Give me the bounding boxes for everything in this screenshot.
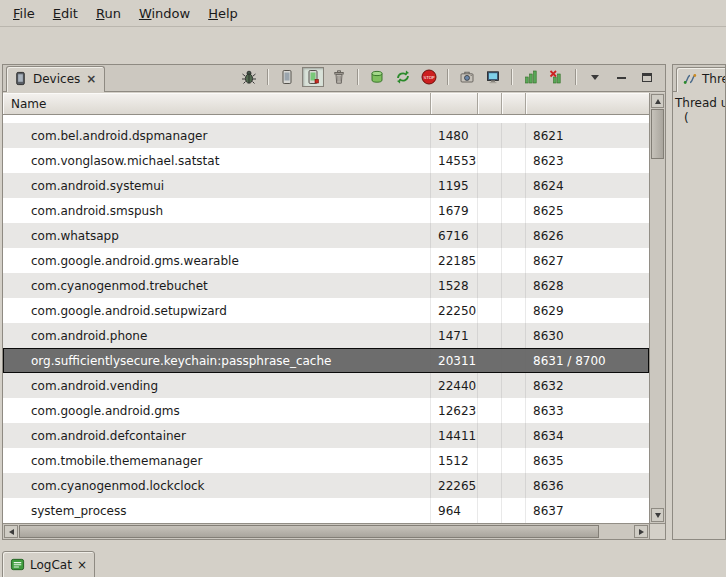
heap-update-icon[interactable]: [366, 67, 388, 87]
cell-name: com.android.systemui: [3, 173, 431, 198]
cell-port: 8637: [526, 498, 649, 523]
devices-panel: Devices ×: [2, 64, 666, 540]
table-row[interactable]: com.bel.android.dspmanager14808621: [3, 123, 649, 148]
close-logcat-icon[interactable]: ×: [77, 558, 87, 572]
column-header-port[interactable]: [526, 93, 649, 114]
table-row[interactable]: org.sufficientlysecure.keychain:passphra…: [3, 348, 649, 373]
devices-tab-bar: Devices ×: [3, 65, 665, 92]
tab-threads[interactable]: Threads: [676, 67, 726, 92]
column-header-pid[interactable]: [431, 93, 478, 114]
cell-port: 8625: [526, 198, 649, 223]
tab-threads-label: Threads: [702, 72, 726, 86]
devices-toolbar: STOP: [236, 67, 665, 91]
horizontal-scrollbar[interactable]: [3, 523, 649, 539]
column-header-empty[interactable]: [478, 93, 502, 114]
table-row[interactable]: com.android.phone14718630: [3, 323, 649, 348]
menu-file[interactable]: File: [4, 2, 44, 25]
column-header-empty[interactable]: [502, 93, 526, 114]
cell-pid: 22250: [431, 298, 478, 323]
threads-update-icon[interactable]: [392, 67, 414, 87]
cell-pid: 20311: [431, 348, 478, 373]
cell-c4: [502, 223, 526, 248]
cell-c3: [478, 223, 502, 248]
vertical-scrollbar[interactable]: [649, 93, 665, 523]
cell-c4: [502, 323, 526, 348]
maximize-icon[interactable]: [636, 67, 658, 87]
tab-logcat[interactable]: LogCat ×: [2, 551, 95, 577]
cell-c3: [478, 448, 502, 473]
scroll-up-button[interactable]: [651, 94, 664, 108]
table-row[interactable]: com.google.android.setupwizard222508629: [3, 298, 649, 323]
table-row[interactable]: com.google.android.gms126238633: [3, 398, 649, 423]
main-toolbar: [0, 27, 726, 63]
cell-c4: [502, 123, 526, 148]
table-row[interactable]: com.google.android.gms.wearable221858627: [3, 248, 649, 273]
menu-window[interactable]: Window: [130, 2, 199, 25]
device-view-icon[interactable]: [276, 67, 298, 87]
cell-c4: [502, 498, 526, 523]
cell-c3: [478, 173, 502, 198]
table-row[interactable]: com.android.defcontainer144118634: [3, 423, 649, 448]
menu-help[interactable]: Help: [199, 2, 247, 25]
cell-name: com.cyanogenmod.trebuchet: [3, 273, 431, 298]
threads-message: Thread up (: [673, 92, 725, 130]
cell-c3: [478, 123, 502, 148]
menu-run[interactable]: Run: [87, 2, 130, 25]
cell-port: 8635: [526, 448, 649, 473]
stop-label: STOP: [423, 75, 435, 80]
cell-c4: [502, 198, 526, 223]
menu-edit[interactable]: Edit: [44, 2, 87, 25]
cell-pid: 14553: [431, 148, 478, 173]
stop-icon[interactable]: STOP: [418, 67, 440, 87]
cell-c3: [478, 398, 502, 423]
tab-logcat-label: LogCat: [30, 558, 72, 572]
cell-port: 8631 / 8700: [526, 348, 649, 373]
cell-name: com.google.android.gms.wearable: [3, 248, 431, 273]
cell-c4: [502, 423, 526, 448]
application-window: FileEditRunWindowHelp Devices ×: [0, 0, 726, 577]
cell-name: org.sufficientlysecure.keychain:passphra…: [3, 348, 431, 373]
view-menu-icon[interactable]: [584, 67, 606, 87]
logcat-icon: [10, 557, 25, 572]
table-row[interactable]: com.tmobile.thememanager15128635: [3, 448, 649, 473]
table-row[interactable]: com.vonglasow.michael.satstat145538623: [3, 148, 649, 173]
close-tab-icon[interactable]: ×: [85, 74, 97, 84]
toolbar-separator: [267, 69, 269, 85]
smartphone-icon: [13, 71, 28, 86]
scrollbar-corner: [649, 523, 665, 539]
table-row[interactable]: com.android.smspush16798625: [3, 198, 649, 223]
devices-table: Name com.bel.android.dspmanager14808621c…: [3, 93, 665, 539]
table-row[interactable]: com.android.vending224408632: [3, 373, 649, 398]
column-header-name[interactable]: Name: [3, 93, 431, 114]
cell-port: 8632: [526, 373, 649, 398]
minimize-icon[interactable]: [610, 67, 632, 87]
debug-icon[interactable]: [238, 67, 260, 87]
cell-port: 8623: [526, 148, 649, 173]
cell-c4: [502, 398, 526, 423]
table-row[interactable]: com.android.systemui11958624: [3, 173, 649, 198]
horizontal-scrollbar-thumb[interactable]: [19, 525, 599, 538]
capture-view-icon[interactable]: [482, 67, 504, 87]
table-row[interactable]: system_process9648637: [3, 498, 649, 523]
scroll-right-button[interactable]: [634, 525, 648, 538]
cell-pid: 1528: [431, 273, 478, 298]
cell-port: 8634: [526, 423, 649, 448]
cell-name: com.android.phone: [3, 323, 431, 348]
table-row[interactable]: com.cyanogenmod.lockclock222658636: [3, 473, 649, 498]
screenshot-icon[interactable]: [456, 67, 478, 87]
vertical-scrollbar-thumb[interactable]: [651, 109, 664, 159]
scroll-left-button[interactable]: [4, 525, 18, 538]
profiling-start-icon[interactable]: [520, 67, 542, 87]
table-row[interactable]: com.whatsapp67168626: [3, 223, 649, 248]
tab-devices[interactable]: Devices ×: [6, 66, 105, 92]
table-row[interactable]: com.cyanogenmod.trebuchet15288628: [3, 273, 649, 298]
trash-icon[interactable]: [328, 67, 350, 87]
cell-pid: 1480: [431, 123, 478, 148]
profiling-stop-icon[interactable]: [546, 67, 568, 87]
cell-pid: 1471: [431, 323, 478, 348]
cell-pid: 6716: [431, 223, 478, 248]
cell-port: 8630: [526, 323, 649, 348]
cell-c4: [502, 148, 526, 173]
device-selected-icon[interactable]: [302, 67, 324, 87]
scroll-down-button[interactable]: [651, 508, 664, 522]
